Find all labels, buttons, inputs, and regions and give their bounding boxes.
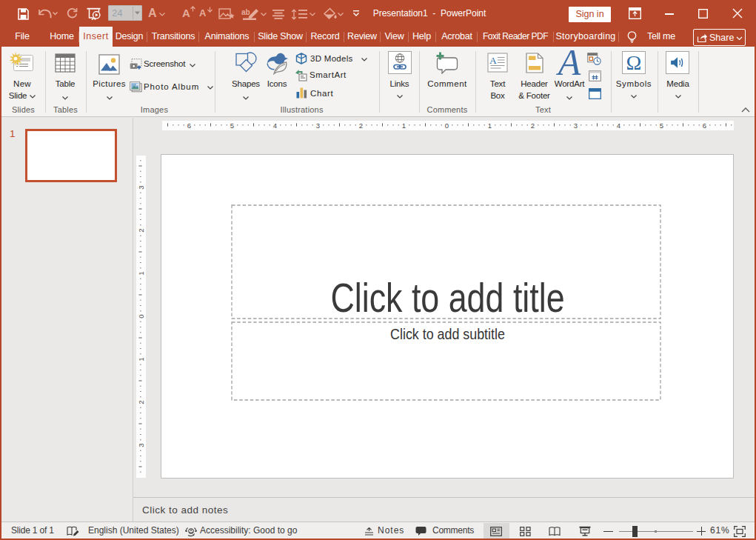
svg-text:A: A <box>489 55 497 66</box>
svg-text:6: 6 <box>187 121 191 130</box>
svg-text:4: 4 <box>617 121 620 130</box>
svg-text:2: 2 <box>359 121 363 130</box>
svg-text:3: 3 <box>137 185 145 189</box>
svg-text:4: 4 <box>273 121 277 130</box>
svg-text:0: 0 <box>445 121 449 130</box>
svg-text:5: 5 <box>230 121 234 130</box>
svg-text:6: 6 <box>703 121 706 130</box>
svg-text:0: 0 <box>137 314 145 318</box>
svg-text:1: 1 <box>137 357 145 361</box>
svg-text:1: 1 <box>137 271 145 275</box>
svg-text:5: 5 <box>660 121 663 130</box>
svg-text:ab: ab <box>241 8 250 16</box>
svg-text:1: 1 <box>402 121 406 130</box>
svg-text:1: 1 <box>488 121 492 130</box>
svg-text:3: 3 <box>137 443 145 447</box>
svg-text:2: 2 <box>137 228 145 232</box>
svg-text:3: 3 <box>316 121 320 130</box>
svg-text:2: 2 <box>137 400 145 404</box>
svg-text:2: 2 <box>531 121 535 130</box>
svg-text:3: 3 <box>574 121 578 130</box>
